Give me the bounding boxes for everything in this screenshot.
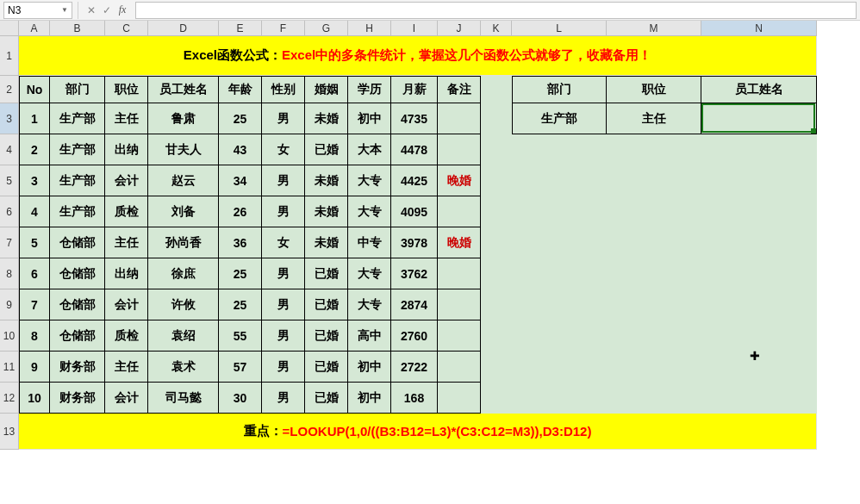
table-cell-r1-c3[interactable]: 鲁肃 [148,103,219,134]
column-header-K[interactable]: K [481,21,512,36]
column-header-H[interactable]: H [348,21,391,36]
lookup-value-1[interactable]: 主任 [607,103,701,134]
table-cell-r5-c3[interactable]: 孙尚香 [148,227,219,258]
table-cell-r7-c6[interactable]: 已婚 [305,289,348,320]
table-cell-r3-c6[interactable]: 未婚 [305,165,348,196]
table-cell-r9-c5[interactable]: 男 [262,352,305,383]
table-cell-r7-c7[interactable]: 大专 [348,289,391,320]
table-cell-r10-c7[interactable]: 初中 [348,383,391,414]
table-cell-r9-c9[interactable] [438,352,481,383]
table-cell-r4-c9[interactable] [438,196,481,227]
table-header-0[interactable]: No [19,76,50,103]
table-cell-r3-c8[interactable]: 4425 [391,165,438,196]
table-cell-r1-c9[interactable] [438,103,481,134]
table-header-6[interactable]: 婚姻 [305,76,348,103]
table-cell-r9-c2[interactable]: 主任 [105,352,148,383]
table-cell-r6-c1[interactable]: 仓储部 [50,258,105,289]
table-cell-r1-c5[interactable]: 男 [262,103,305,134]
table-cell-r4-c2[interactable]: 质检 [105,196,148,227]
table-cell-r10-c8[interactable]: 168 [391,383,438,414]
row-header-3[interactable]: 3 [0,103,19,134]
table-cell-r3-c3[interactable]: 赵云 [148,165,219,196]
table-cell-r9-c7[interactable]: 初中 [348,352,391,383]
row-header-2[interactable]: 2 [0,76,19,103]
lookup-header-1[interactable]: 职位 [607,76,701,103]
select-all-corner[interactable] [0,21,19,36]
table-cell-r2-c8[interactable]: 4478 [391,134,438,165]
table-cell-r4-c1[interactable]: 生产部 [50,196,105,227]
table-cell-r1-c6[interactable]: 未婚 [305,103,348,134]
column-header-A[interactable]: A [19,21,50,36]
table-cell-r1-c2[interactable]: 主任 [105,103,148,134]
table-cell-r10-c5[interactable]: 男 [262,383,305,414]
table-cell-r3-c0[interactable]: 3 [19,165,50,196]
table-cell-r7-c8[interactable]: 2874 [391,289,438,320]
table-header-1[interactable]: 部门 [50,76,105,103]
column-header-M[interactable]: M [607,21,701,36]
table-cell-r6-c9[interactable] [438,258,481,289]
table-cell-r9-c1[interactable]: 财务部 [50,352,105,383]
lookup-header-0[interactable]: 部门 [512,76,607,103]
row-header-5[interactable]: 5 [0,165,19,196]
table-cell-r7-c5[interactable]: 男 [262,289,305,320]
title-row[interactable]: Excel函数公式：Excel中的多条件统计，掌握这几个函数公式就够了，收藏备用… [19,36,817,76]
table-cell-r5-c1[interactable]: 仓储部 [50,227,105,258]
table-cell-r8-c9[interactable] [438,320,481,352]
table-cell-r10-c6[interactable]: 已婚 [305,383,348,414]
row-header-8[interactable]: 8 [0,258,19,289]
table-cell-r10-c1[interactable]: 财务部 [50,383,105,414]
name-box-dropdown-icon[interactable]: ▼ [61,6,68,14]
table-cell-r3-c1[interactable]: 生产部 [50,165,105,196]
column-header-J[interactable]: J [438,21,481,36]
row-header-12[interactable]: 12 [0,383,19,414]
row-header-10[interactable]: 10 [0,320,19,352]
table-cell-r4-c5[interactable]: 男 [262,196,305,227]
formula-input[interactable] [135,2,857,19]
table-cell-r7-c4[interactable]: 25 [219,289,262,320]
table-header-2[interactable]: 职位 [105,76,148,103]
name-box[interactable]: N3 ▼ [3,2,72,19]
table-cell-r8-c1[interactable]: 仓储部 [50,320,105,352]
table-cell-r6-c3[interactable]: 徐庶 [148,258,219,289]
table-header-5[interactable]: 性别 [262,76,305,103]
row-header-6[interactable]: 6 [0,196,19,227]
table-cell-r4-c7[interactable]: 大专 [348,196,391,227]
table-cell-r6-c6[interactable]: 已婚 [305,258,348,289]
table-cell-r8-c4[interactable]: 55 [219,320,262,352]
row-header-11[interactable]: 11 [0,352,19,383]
table-cell-r9-c8[interactable]: 2722 [391,352,438,383]
column-header-L[interactable]: L [512,21,607,36]
table-header-8[interactable]: 月薪 [391,76,438,103]
lookup-header-2[interactable]: 员工姓名 [701,76,817,103]
table-cell-r3-c7[interactable]: 大专 [348,165,391,196]
table-cell-r2-c7[interactable]: 大本 [348,134,391,165]
table-cell-r10-c9[interactable] [438,383,481,414]
table-cell-r6-c0[interactable]: 6 [19,258,50,289]
table-cell-r9-c4[interactable]: 57 [219,352,262,383]
row-header-9[interactable]: 9 [0,289,19,320]
table-cell-r4-c0[interactable]: 4 [19,196,50,227]
table-cell-r3-c4[interactable]: 34 [219,165,262,196]
table-cell-r2-c1[interactable]: 生产部 [50,134,105,165]
column-header-I[interactable]: I [391,21,438,36]
lookup-value-0[interactable]: 生产部 [512,103,607,134]
table-header-7[interactable]: 学历 [348,76,391,103]
table-cell-r10-c2[interactable]: 会计 [105,383,148,414]
table-cell-r7-c3[interactable]: 许攸 [148,289,219,320]
table-cell-r6-c7[interactable]: 大专 [348,258,391,289]
column-header-F[interactable]: F [262,21,305,36]
table-header-3[interactable]: 员工姓名 [148,76,219,103]
column-header-B[interactable]: B [50,21,105,36]
table-cell-r8-c7[interactable]: 高中 [348,320,391,352]
table-cell-r4-c6[interactable]: 未婚 [305,196,348,227]
table-cell-r2-c9[interactable] [438,134,481,165]
table-cell-r5-c9[interactable]: 晚婚 [438,227,481,258]
table-cell-r8-c6[interactable]: 已婚 [305,320,348,352]
table-header-9[interactable]: 备注 [438,76,481,103]
column-header-D[interactable]: D [148,21,219,36]
table-cell-r2-c3[interactable]: 甘夫人 [148,134,219,165]
fx-icon[interactable]: fx [115,2,130,19]
table-cell-r6-c5[interactable]: 男 [262,258,305,289]
row-header-7[interactable]: 7 [0,227,19,258]
table-cell-r9-c3[interactable]: 袁术 [148,352,219,383]
